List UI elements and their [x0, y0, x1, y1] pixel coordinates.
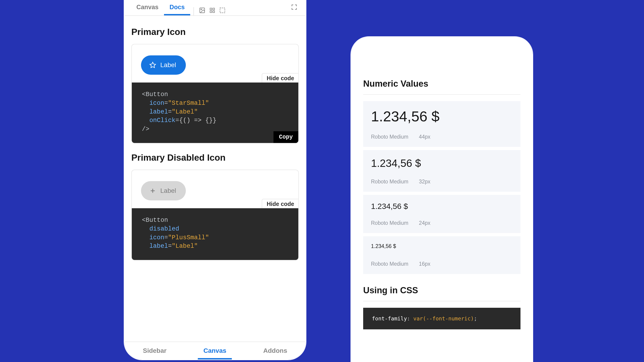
numeric-sample-44: 1.234,56 $ Roboto Medium 44px: [363, 101, 520, 147]
button-label: Label: [160, 61, 176, 69]
svg-rect-5: [213, 11, 214, 13]
svg-marker-7: [150, 62, 156, 68]
font-size: 24px: [419, 220, 430, 226]
font-size: 44px: [419, 134, 430, 140]
toolbar-divider: [194, 7, 194, 15]
storybook-top-toolbar: Canvas Docs: [124, 0, 306, 16]
storybook-docs-content: Primary Icon Label Hide code <Button ico…: [124, 16, 306, 342]
copy-button[interactable]: Copy: [274, 131, 298, 143]
storybook-screen: Canvas Docs Primary Icon: [124, 0, 306, 360]
focus-icon[interactable]: [217, 5, 228, 15]
typography-phone-frame: Numeric Values 1.234,56 $ Roboto Medium …: [350, 36, 533, 362]
grid-icon[interactable]: [207, 5, 217, 15]
page-title: Numeric Values: [363, 79, 520, 89]
bottom-tab-sidebar[interactable]: Sidebar: [137, 342, 172, 360]
numeric-value: 1.234,56 $: [371, 108, 513, 125]
css-code-block: font-family: var(--font-numeric);: [363, 308, 520, 329]
storybook-bottom-nav: Sidebar Canvas Addons: [124, 342, 306, 360]
font-name: Roboto Medium: [371, 179, 408, 185]
example-preview-disabled: Label Hide code: [132, 170, 298, 208]
example-card-disabled-icon: Label Hide code <Button disabled icon="P…: [131, 170, 299, 260]
button-label: Label: [160, 187, 176, 194]
image-icon[interactable]: [197, 5, 207, 15]
svg-point-1: [201, 9, 202, 10]
tab-docs[interactable]: Docs: [164, 0, 190, 15]
svg-rect-3: [213, 8, 214, 10]
example-card-primary-icon: Label Hide code <Button icon="StarSmall"…: [131, 44, 299, 143]
code-block-primary-icon: <Button icon="StarSmall" label="Label" o…: [132, 82, 298, 143]
svg-rect-4: [210, 11, 212, 13]
plus-icon: [149, 187, 156, 194]
hide-code-button[interactable]: Hide code: [262, 73, 299, 83]
numeric-values-page: Numeric Values 1.234,56 $ Roboto Medium …: [351, 67, 532, 329]
numeric-sample-16: 1.234,56 $ Roboto Medium 16px: [363, 236, 520, 274]
font-size: 16px: [419, 261, 430, 267]
font-name: Roboto Medium: [371, 220, 408, 226]
css-rule: [363, 301, 520, 301]
typography-screen: Numeric Values 1.234,56 $ Roboto Medium …: [351, 37, 532, 362]
numeric-value: 1.234,56 $: [371, 157, 513, 169]
numeric-sample-32: 1.234,56 $ Roboto Medium 32px: [363, 150, 520, 192]
svg-rect-6: [220, 8, 225, 13]
storybook-phone-frame: Canvas Docs Primary Icon: [124, 0, 306, 360]
font-name: Roboto Medium: [371, 134, 408, 140]
code-block-disabled-icon: <Button disabled icon="PlusSmall" label=…: [132, 208, 298, 260]
example-preview: Label Hide code: [132, 44, 298, 82]
primary-disabled-icon-button[interactable]: Label: [141, 181, 186, 200]
primary-icon-button[interactable]: Label: [141, 55, 186, 75]
font-size: 32px: [419, 179, 430, 185]
font-name: Roboto Medium: [371, 261, 408, 267]
numeric-sample-24: 1.234,56 $ Roboto Medium 24px: [363, 195, 520, 233]
heading-primary-icon: Primary Icon: [131, 27, 299, 37]
bottom-tab-canvas[interactable]: Canvas: [198, 342, 232, 360]
title-rule: [363, 94, 520, 95]
heading-primary-disabled-icon: Primary Disabled Icon: [131, 153, 299, 163]
hide-code-button[interactable]: Hide code: [262, 199, 299, 209]
fullscreen-icon[interactable]: [289, 2, 299, 12]
numeric-value: 1.234,56 $: [371, 243, 513, 249]
numeric-value: 1.234,56 $: [371, 202, 513, 211]
star-icon: [149, 62, 156, 68]
bottom-tab-addons[interactable]: Addons: [258, 342, 293, 360]
css-heading: Using in CSS: [363, 286, 520, 295]
svg-rect-2: [210, 8, 212, 10]
tab-canvas[interactable]: Canvas: [131, 0, 164, 15]
